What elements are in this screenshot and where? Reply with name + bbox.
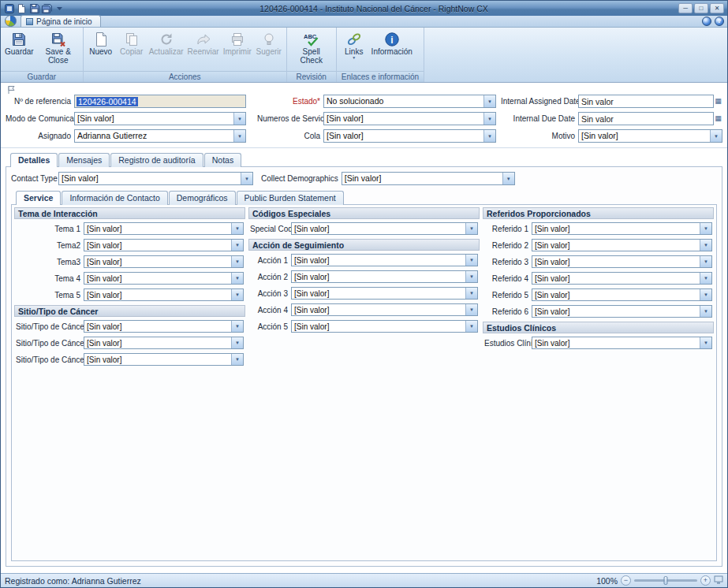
reenviar-button[interactable]: Reenviar: [186, 29, 221, 57]
copiar-button[interactable]: Copiar: [117, 29, 147, 57]
motivo-dropdown[interactable]: [Sin valor] ▼: [578, 129, 722, 143]
section-header-sitio: Sitio/Tipo de Cáncer: [14, 305, 245, 317]
tab-mensajes[interactable]: Mensajes: [58, 153, 110, 167]
asignado-dropdown[interactable]: Adrianna Gutierrez ▼: [74, 129, 246, 143]
calendar-icon[interactable]: ▦: [714, 95, 722, 108]
field-label: Tema 5: [16, 291, 84, 300]
service-column-1: Tema de Interacción Tema 1 [Sin valor] ▼…: [14, 207, 245, 370]
contact-type-dropdown[interactable]: [Sin valor] ▼: [58, 172, 253, 185]
zoom-out-button[interactable]: −: [621, 575, 631, 586]
field-label: Acción 4: [250, 306, 291, 314]
zoom-slider-thumb[interactable]: [664, 576, 668, 585]
spell-check-button[interactable]: ABC Spell Check: [289, 29, 334, 65]
special-code-dropdown[interactable]: [Sin valor] ▼: [291, 222, 478, 235]
numeros-de-servicio-dropdown[interactable]: [Sin valor] ▼: [323, 112, 496, 125]
modo-de-comunicarse-dropdown[interactable]: [Sin valor] ▼: [74, 112, 246, 125]
reference-number-field[interactable]: 120426-000414: [74, 95, 246, 108]
sitio-tipo-cancer-2-dropdown[interactable]: [Sin valor] ▼: [84, 337, 244, 349]
estudios-clinicos-dropdown[interactable]: [Sin valor] ▼: [532, 337, 712, 349]
printer-icon: [230, 31, 245, 47]
tema-3-dropdown[interactable]: [Sin valor] ▼: [84, 255, 244, 268]
internal-due-date-field[interactable]: Sin valor: [578, 112, 714, 125]
sitio-tipo-cancer-3-dropdown[interactable]: [Sin valor] ▼: [84, 353, 244, 366]
referido-2-dropdown[interactable]: [Sin valor] ▼: [532, 239, 712, 251]
nuevo-button[interactable]: Nuevo: [86, 29, 116, 57]
save-icon[interactable]: [29, 3, 39, 13]
accion-1-dropdown[interactable]: [Sin valor] ▼: [291, 254, 478, 266]
field-row: Sitio/Tipo de Cáncer 2 [Sin valor] ▼: [16, 337, 244, 349]
zoom-slider[interactable]: [634, 579, 697, 582]
cola-dropdown[interactable]: [Sin valor] ▼: [323, 129, 496, 143]
tab-pagina-de-inicio[interactable]: Página de inicio: [21, 15, 101, 27]
service-column-3: Referidos Proporcionados Referido 1 [Sin…: [483, 207, 714, 370]
save-and-close-button[interactable]: Save & Close: [36, 29, 80, 65]
tab-detalles[interactable]: Detalles: [10, 153, 58, 167]
accion-4-dropdown[interactable]: [Sin valor] ▼: [291, 303, 478, 316]
workspace-content: Nº de referencia 120426-000414 Estado* N…: [1, 83, 727, 573]
informacion-button[interactable]: i Información: [370, 29, 414, 57]
tab-service[interactable]: Service: [16, 191, 61, 205]
accion-2-dropdown[interactable]: [Sin valor] ▼: [291, 270, 478, 283]
tab-public-burden-statement[interactable]: Public Burden Statement: [237, 191, 344, 205]
ribbon-group-label: Revisión: [287, 71, 336, 82]
qat-menu-chevron-icon[interactable]: [54, 3, 65, 13]
tema-4-dropdown[interactable]: [Sin valor] ▼: [84, 272, 244, 285]
tab-notas[interactable]: Notas: [204, 153, 241, 167]
sugerir-button[interactable]: Sugerir: [254, 29, 284, 57]
referido-1-dropdown[interactable]: [Sin valor] ▼: [532, 222, 712, 235]
calendar-icon[interactable]: ▦: [714, 112, 722, 125]
copy-icon: [124, 31, 140, 47]
zoom-controls: 100% − +: [596, 575, 723, 586]
actualizar-button[interactable]: Actualizar: [147, 29, 185, 57]
ribbon-group-label: Acciones: [84, 71, 286, 82]
tema-5-dropdown[interactable]: [Sin valor] ▼: [84, 288, 244, 301]
screen-fit-icon[interactable]: [714, 575, 723, 586]
referido-3-dropdown[interactable]: [Sin valor] ▼: [532, 255, 712, 268]
section-header-accion: Acción de Seguimiento: [248, 239, 480, 251]
new-page-icon[interactable]: [17, 3, 27, 13]
accion-3-dropdown[interactable]: [Sin valor] ▼: [291, 287, 478, 300]
app-icon[interactable]: [4, 3, 14, 13]
dropdown-value: [Sin valor]: [292, 288, 465, 299]
rightnow-logo-icon[interactable]: [5, 15, 17, 27]
estado-dropdown[interactable]: No solucionado ▼: [323, 95, 496, 108]
minimize-button[interactable]: ─: [678, 3, 693, 13]
referido-4-dropdown[interactable]: [Sin valor] ▼: [532, 272, 712, 285]
help-icon[interactable]: ?: [715, 17, 724, 26]
field-label: Numeros de Servicio: [257, 114, 323, 123]
collect-demographics-dropdown[interactable]: [Sin valor] ▼: [342, 172, 515, 185]
links-button[interactable]: Links ▼: [339, 29, 369, 61]
field-label-required: Estado*: [257, 97, 323, 106]
dropdown-value: [Sin valor]: [84, 273, 231, 284]
navigation-sphere-icon[interactable]: [702, 17, 711, 26]
close-button[interactable]: ✕: [710, 3, 724, 13]
dropdown-value: [Sin valor]: [292, 321, 465, 332]
chevron-down-icon: ▼: [241, 173, 252, 184]
guardar-button[interactable]: Guardar: [3, 29, 35, 57]
chevron-down-icon: ▼: [700, 273, 711, 284]
tema-2-dropdown[interactable]: [Sin valor] ▼: [84, 239, 244, 251]
window-title: 120426-000414 - Instituto Nacional del C…: [71, 4, 677, 13]
tab-registro-de-auditoria[interactable]: Registro de auditoría: [110, 153, 203, 167]
save-all-icon[interactable]: [42, 3, 52, 13]
accion-5-dropdown[interactable]: [Sin valor] ▼: [291, 320, 478, 333]
chevron-down-icon: ▼: [465, 288, 477, 299]
dropdown-value: [Sin valor]: [324, 113, 483, 125]
imprimir-button[interactable]: Imprimir: [222, 29, 253, 57]
flag-row: [6, 85, 722, 95]
tab-informacion-de-contacto[interactable]: Información de Contacto: [62, 191, 167, 205]
referido-6-dropdown[interactable]: [Sin valor] ▼: [532, 305, 712, 318]
dropdown-value: [Sin valor]: [292, 304, 465, 315]
tab-demograficos[interactable]: Demográficos: [169, 191, 236, 205]
field-row: Acción 5 [Sin valor] ▼: [250, 320, 478, 333]
sitio-tipo-cancer-1-dropdown[interactable]: [Sin valor] ▼: [84, 320, 244, 333]
service-grid: Tema de Interacción Tema 1 [Sin valor] ▼…: [13, 207, 715, 370]
internal-assigned-date-field[interactable]: Sin valor: [578, 95, 714, 108]
window-controls: ─ □ ✕: [677, 3, 724, 13]
chevron-down-icon: ▼: [231, 256, 243, 267]
maximize-button[interactable]: □: [694, 3, 708, 13]
referido-5-dropdown[interactable]: [Sin valor] ▼: [532, 288, 712, 301]
separator: [1, 147, 727, 148]
zoom-in-button[interactable]: +: [700, 575, 711, 586]
tema-1-dropdown[interactable]: [Sin valor] ▼: [84, 222, 244, 235]
